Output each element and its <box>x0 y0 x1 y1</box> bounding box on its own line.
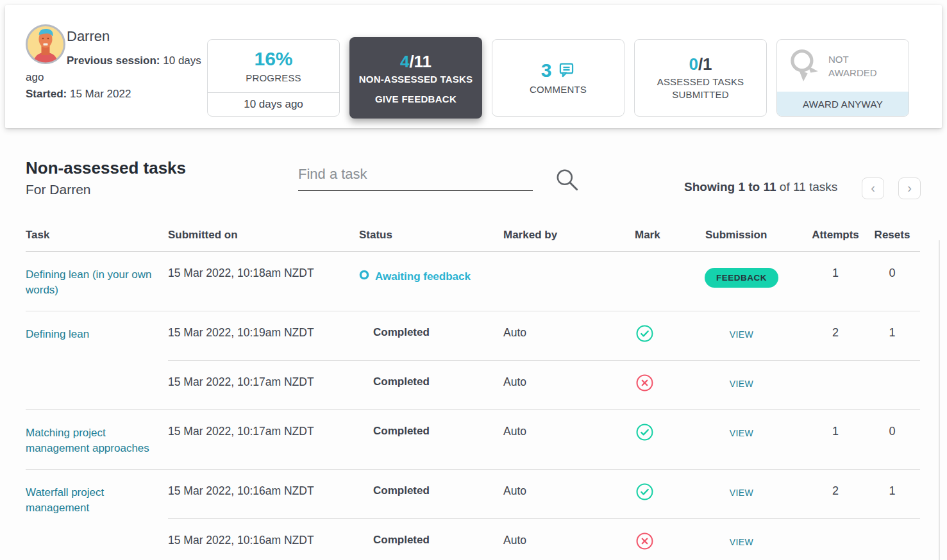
submission-cell: VIEW <box>705 532 807 554</box>
award-anyway-button[interactable]: AWARD ANYWAY <box>777 92 909 116</box>
chevron-right-icon: › <box>907 181 912 194</box>
view-link[interactable]: VIEW <box>730 327 753 342</box>
submission-row: 15 Mar 2022, 10:16am NZDT Completed Auto… <box>168 470 920 518</box>
submission-row: 15 Mar 2022, 10:16am NZDT Completed Auto… <box>168 518 920 560</box>
award-status: NOT AWARDED <box>828 53 887 79</box>
column-header-mark: Mark <box>635 229 705 242</box>
pass-icon <box>636 431 653 443</box>
comment-icon <box>558 61 575 81</box>
column-header-attempts: Attempts <box>807 229 864 242</box>
marked-by-cell: Auto <box>503 532 635 554</box>
comments-card: 3 COMMENTS <box>492 39 624 117</box>
submission-row: 15 Mar 2022, 10:19am NZDT Completed Auto… <box>168 311 920 360</box>
attempts-cell: 1 <box>807 265 864 288</box>
view-link[interactable]: VIEW <box>730 425 753 441</box>
page-subtitle: For Darren <box>26 182 186 197</box>
resets-cell <box>864 374 920 395</box>
view-link[interactable]: VIEW <box>730 376 753 391</box>
stats-cards: 16% PROGRESS 10 days ago 4/11 NON-ASSESS… <box>207 37 909 119</box>
submitted-cell: 15 Mar 2022, 10:18am NZDT <box>168 265 359 288</box>
marked-by-cell <box>503 265 635 288</box>
progress-card: 16% PROGRESS 10 days ago <box>207 39 340 117</box>
column-header-task: Task <box>26 229 168 242</box>
student-name: Darren <box>40 28 212 45</box>
submitted-cell: 15 Mar 2022, 10:17am NZDT <box>168 424 359 445</box>
attempts-cell: 2 <box>807 483 864 504</box>
assessed-tasks-card: 0/1 ASSESSED TASKS SUBMITTED <box>634 39 767 117</box>
avatar <box>26 24 65 64</box>
view-link[interactable]: VIEW <box>730 485 753 500</box>
mark-cell <box>635 265 705 288</box>
task-link[interactable]: Matching project management approaches <box>26 410 168 469</box>
status-cell: Completed <box>359 374 503 395</box>
resets-cell <box>864 532 920 554</box>
search-icon[interactable] <box>554 167 581 196</box>
task-search-input[interactable] <box>298 163 533 191</box>
progress-label: PROGRESS <box>246 72 301 85</box>
fail-icon <box>636 381 653 394</box>
student-summary-header: Darren Previous session: 10 days ago Sta… <box>5 5 942 128</box>
award-medal-icon <box>786 47 822 85</box>
non-assessed-value: 4/11 <box>400 52 432 71</box>
marked-by-cell: Auto <box>503 424 635 445</box>
pass-icon <box>636 332 653 345</box>
task-link[interactable]: Defining lean <box>26 311 168 409</box>
task-link[interactable]: Defining lean (in your own words) <box>26 252 168 311</box>
awaiting-circle-icon <box>359 269 369 284</box>
attempts-cell: 2 <box>807 325 864 346</box>
resets-cell: 0 <box>864 424 920 445</box>
mark-cell <box>635 374 705 395</box>
status-cell: Completed <box>359 532 503 554</box>
column-header-submitted: Submitted on <box>168 229 359 242</box>
non-assessed-tasks-card[interactable]: 4/11 NON-ASSESSED TASKS GIVE FEEDBACK <box>349 37 482 119</box>
submission-cell: VIEW <box>705 325 807 346</box>
status-cell: Completed <box>359 325 503 346</box>
mark-cell <box>635 483 705 504</box>
results-summary: Showing 1 to 11 of 11 tasks <box>684 180 837 194</box>
submission-cell: VIEW <box>705 483 807 504</box>
mark-cell <box>635 532 705 554</box>
attempts-cell <box>807 374 864 395</box>
assessed-value: 0/1 <box>689 54 712 74</box>
give-feedback-action[interactable]: GIVE FEEDBACK <box>375 94 457 104</box>
previous-session-label: Previous session: <box>67 54 160 67</box>
scrollbar-track[interactable] <box>939 240 940 560</box>
table-header-row: Task Submitted on Status Marked by Mark … <box>26 229 920 252</box>
column-header-status: Status <box>359 229 503 242</box>
submission-row: 15 Mar 2022, 10:17am NZDT Completed Auto… <box>168 360 920 409</box>
submission-cell: VIEW <box>705 374 807 395</box>
submission-cell: VIEW <box>705 424 807 445</box>
started-label: Started: <box>26 88 67 100</box>
attempts-cell <box>807 532 864 554</box>
progress-footer: 10 days ago <box>208 92 339 116</box>
submitted-cell: 15 Mar 2022, 10:16am NZDT <box>168 532 359 554</box>
resets-cell: 0 <box>864 265 920 288</box>
submission-row: 15 Mar 2022, 10:17am NZDT Completed Auto… <box>168 410 920 459</box>
progress-value: 16% <box>254 48 292 70</box>
prev-page-button[interactable]: ‹ <box>862 177 884 199</box>
task-search <box>298 163 533 191</box>
task-row-group: Defining lean 15 Mar 2022, 10:19am NZDT … <box>26 311 920 410</box>
task-link[interactable]: Waterfall project management <box>26 470 168 560</box>
submitted-cell: 15 Mar 2022, 10:19am NZDT <box>168 325 359 346</box>
pass-icon <box>636 490 653 503</box>
status-cell: Completed <box>359 424 503 445</box>
resets-cell: 1 <box>864 483 920 504</box>
task-row-group: Waterfall project management 15 Mar 2022… <box>26 470 920 560</box>
fail-icon <box>636 539 653 552</box>
submitted-cell: 15 Mar 2022, 10:17am NZDT <box>168 374 359 395</box>
column-header-resets: Resets <box>864 229 920 242</box>
section-title-block: Non-assessed tasks For Darren <box>26 158 186 197</box>
started-value: 15 Mar 2022 <box>70 88 131 100</box>
task-row-group: Defining lean (in your own words) 15 Mar… <box>26 252 920 311</box>
submission-row: 15 Mar 2022, 10:18am NZDT Awaiting feedb… <box>168 252 920 302</box>
view-link[interactable]: VIEW <box>730 534 753 550</box>
feedback-button[interactable]: FEEDBACK <box>705 268 778 288</box>
assessed-label: ASSESSED TASKS SUBMITTED <box>649 76 752 101</box>
column-header-submission: Submission <box>705 229 807 242</box>
next-page-button[interactable]: › <box>898 177 921 199</box>
award-card: NOT AWARDED AWARD ANYWAY <box>776 39 909 117</box>
page-title: Non-assessed tasks <box>26 158 186 177</box>
comments-label: COMMENTS <box>530 83 587 96</box>
marked-by-cell: Auto <box>503 483 635 504</box>
